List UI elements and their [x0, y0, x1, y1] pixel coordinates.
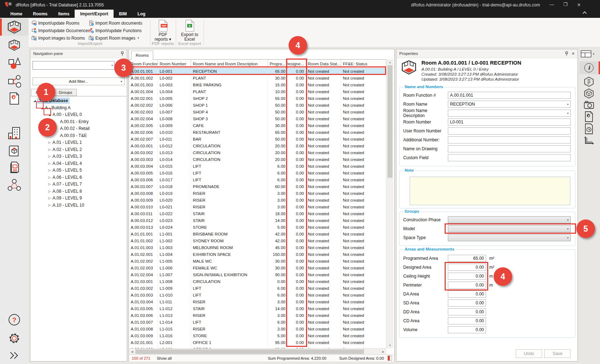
tree-expand-icon[interactable]: ▷: [47, 202, 52, 209]
tree-item[interactable]: ▷A.10 - LEVEL 10: [30, 202, 127, 209]
field-input[interactable]: RECEPTION▾: [448, 101, 571, 108]
table-row[interactable]: A.00.03.004L0-015LIFT6.000.00Not created…: [129, 163, 386, 170]
table-row[interactable]: A.00.03.005L0-016LIFT6.000.00Not created…: [129, 170, 386, 176]
tree-item[interactable]: ▷A.06 - LEVEL 6: [30, 174, 127, 181]
combo-caret-icon[interactable]: ▾: [567, 112, 569, 115]
export-room-images-button[interactable]: Export Room images▾: [87, 35, 144, 41]
tree-expand-icon[interactable]: ▷: [47, 181, 52, 188]
menu-tab-log[interactable]: Log: [132, 10, 151, 18]
field-input[interactable]: A.00.01.001: [448, 92, 571, 99]
rail-systems-module[interactable]: [0, 177, 29, 193]
undo-button[interactable]: Undo: [516, 349, 542, 358]
table-row[interactable]: A.01.03.002L1-009LIFT6.000.00Not created…: [129, 285, 386, 292]
pin-icon[interactable]: [121, 51, 124, 56]
table-row[interactable]: A.00.02.006L0-010RESTAURANT65.000.00Not …: [129, 129, 386, 136]
field-input[interactable]: 0.00: [448, 326, 486, 333]
table-row[interactable]: A.01.03.001L1-008CIRCULATION0.000.00Not …: [129, 278, 386, 285]
rail-items-module[interactable]: [0, 55, 29, 71]
save-button[interactable]: Save: [544, 349, 571, 358]
pdf-reports-button[interactable]: PDF PDF reports ▾: [151, 20, 174, 42]
table-row[interactable]: A.01.02.001L1-004EXHIBITION SPACE150.000…: [129, 251, 386, 258]
combo-caret-icon[interactable]: ▾: [567, 236, 569, 239]
tree-expand-icon[interactable]: ▷: [47, 167, 52, 174]
tree-item[interactable]: ▷A.04 - LEVEL 4: [30, 160, 127, 167]
restore-button[interactable]: ❐: [563, 2, 568, 8]
table-row[interactable]: A.01.03.003L1-010LIFT6.000.00Not created…: [129, 292, 386, 298]
rail-catalog-module[interactable]: [0, 143, 29, 158]
tree-expand-icon[interactable]: ▷: [47, 195, 52, 202]
import-update-rooms-button[interactable]: Import/update Rooms: [30, 20, 91, 26]
rail-reports-module[interactable]: [0, 160, 29, 176]
table-row[interactable]: A.02.01.002L2-002OFFICE 290.000.00Not cr…: [129, 346, 386, 348]
rail-expand-button[interactable]: [0, 349, 29, 362]
import-images-to-rooms-button[interactable]: Import images to Rooms: [30, 35, 91, 41]
export-to-excel-button[interactable]: X Export to Excel: [178, 20, 201, 42]
table-row[interactable]: A.01.03.006L1-013RISER3.000.00Not create…: [129, 312, 386, 319]
table-row[interactable]: A.02.01.001L2-001OFFICE 195.000.00Not cr…: [129, 339, 386, 346]
field-input[interactable]: 65.00: [448, 255, 486, 262]
tree-expand-icon[interactable]: ▷: [47, 188, 52, 195]
minimize-button[interactable]: —: [549, 2, 554, 8]
import-update-functions-button[interactable]: Import/update Functions: [87, 27, 144, 34]
table-row[interactable]: A.00.02.004L0-008SHOP 350.000.00Not crea…: [129, 115, 386, 122]
table-row[interactable]: A.01.03.005L1-012STAIR14.000.00Not creat…: [129, 305, 386, 312]
menu-tab-bim[interactable]: BIM: [114, 10, 132, 18]
scroll-left-icon[interactable]: ◀: [129, 349, 135, 355]
combo-caret-icon[interactable]: ▾: [567, 103, 569, 106]
table-row[interactable]: A.01.03.004L1-011RISER3.000.00Not create…: [129, 298, 386, 305]
table-row[interactable]: A.00.01.004L0-004PLANT10.000.00Not creat…: [129, 88, 386, 95]
table-row[interactable]: A.01.01.002L1-002SYDNEY ROOM42.000.00Not…: [129, 237, 386, 244]
table-row[interactable]: A.01.02.003L1-006FEMALE WC30.000.00Not c…: [129, 264, 386, 271]
tree-item[interactable]: ▷A.01 - LEVEL 1: [30, 139, 127, 146]
view-documents-tab[interactable]: [579, 110, 599, 123]
field-input[interactable]: 0.00: [448, 317, 486, 324]
collapse-ribbon-icon[interactable]: [582, 11, 587, 14]
table-row[interactable]: A.00.02.001L0-005SHOP 255.000.00Not crea…: [129, 95, 386, 102]
tree-item[interactable]: ▷A.02 - LEVEL 2: [30, 146, 127, 153]
tree-expand-icon[interactable]: ▷: [47, 174, 52, 181]
note-textarea[interactable]: [410, 177, 570, 205]
rail-settings-button[interactable]: [0, 331, 29, 345]
table-row[interactable]: A.00.02.007L0-011BAR50.000.00Not created…: [129, 136, 386, 142]
menu-tab-home[interactable]: Home: [5, 10, 28, 18]
view-info-tab[interactable]: i: [579, 61, 599, 74]
tree-expand-icon[interactable]: ▷: [47, 139, 52, 146]
table-row[interactable]: A.00.03.003L0-014CIRCULATION20.000.00Not…: [129, 156, 386, 163]
close-button[interactable]: ×: [576, 2, 581, 8]
tree-item[interactable]: ▷A.09 - LEVEL 9: [30, 195, 127, 202]
nav-tab-groups[interactable]: Groups: [54, 89, 77, 96]
tree-item[interactable]: ▷A.05 - LEVEL 5: [30, 167, 127, 174]
tree-item[interactable]: ▷A.07 - LEVEL 7: [30, 181, 127, 188]
field-input[interactable]: ▾: [448, 216, 571, 223]
view-images-tab[interactable]: [579, 98, 599, 111]
table-row[interactable]: A.00.03.009L0-020RISER3.000.00Not create…: [129, 197, 386, 203]
field-input[interactable]: ▾: [448, 234, 571, 241]
field-input[interactable]: 0.00: [448, 290, 486, 298]
field-input[interactable]: [448, 154, 571, 161]
table-row[interactable]: A.00.02.005L0-009CAFE30.000.00Not create…: [129, 122, 386, 129]
rail-buildings-module[interactable]: [0, 125, 29, 141]
tree-item[interactable]: ▷A.03 - LEVEL 3: [30, 153, 127, 160]
table-row[interactable]: A.01.03.009L1-016STORE5.000.00Not create…: [129, 332, 386, 339]
import-room-documents-button[interactable]: Import Room documents: [87, 20, 144, 26]
view-bim-tab[interactable]: [579, 87, 599, 100]
combo-caret-icon[interactable]: ▾: [567, 218, 569, 222]
tree-item[interactable]: ▷A.08 - LEVEL 8: [30, 188, 127, 195]
import-update-occurrences-button[interactable]: Import/update Occurrences: [30, 27, 91, 34]
show-all-link[interactable]: Show all: [157, 356, 172, 360]
scroll-down-icon[interactable]: ▼: [387, 342, 393, 348]
pin-icon[interactable]: [565, 51, 568, 56]
table-row[interactable]: A.00.03.002L0-013CIRCULATION20.000.00Not…: [129, 149, 386, 156]
tree-expand-icon[interactable]: ▷: [47, 146, 52, 153]
field-input[interactable]: L0-001: [448, 118, 571, 126]
view-log-tab[interactable]: [579, 122, 599, 135]
menu-tab-rooms[interactable]: Rooms: [28, 10, 53, 18]
table-row[interactable]: A.01.03.007L1-014LIFT6.000.00Not created…: [129, 319, 386, 325]
tree-expand-icon[interactable]: ▷: [47, 160, 52, 167]
table-row[interactable]: A.00.03.007L0-018PROMENADE60.000.00Not c…: [129, 183, 386, 190]
horizontal-scrollbar[interactable]: ◀ ▶: [129, 348, 386, 355]
table-row[interactable]: A.01.02.004L1-007SIGN-IN/SMALL EXHIBITIO…: [129, 271, 386, 278]
vertical-scroll-thumb[interactable]: [388, 65, 392, 178]
vertical-scrollbar[interactable]: ▲ ▼: [386, 59, 393, 348]
table-row[interactable]: A.00.02.003L0-007SHOP 450.000.00Not crea…: [129, 108, 386, 115]
